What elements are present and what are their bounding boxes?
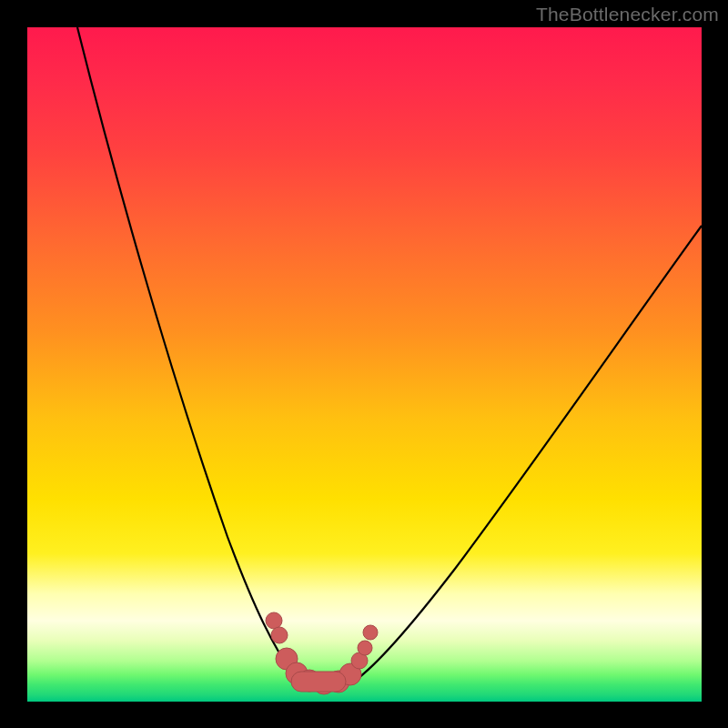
svg-rect-11 <box>291 672 346 692</box>
right-curve <box>355 226 702 681</box>
svg-point-9 <box>358 641 372 655</box>
marker-band <box>266 612 378 694</box>
chart-svg <box>27 27 702 702</box>
svg-point-1 <box>271 627 288 643</box>
svg-point-0 <box>266 612 282 629</box>
left-curve <box>77 27 296 679</box>
chart-frame <box>27 27 702 702</box>
watermark-text: TheBottlenecker.com <box>536 4 719 25</box>
svg-point-10 <box>363 625 378 640</box>
